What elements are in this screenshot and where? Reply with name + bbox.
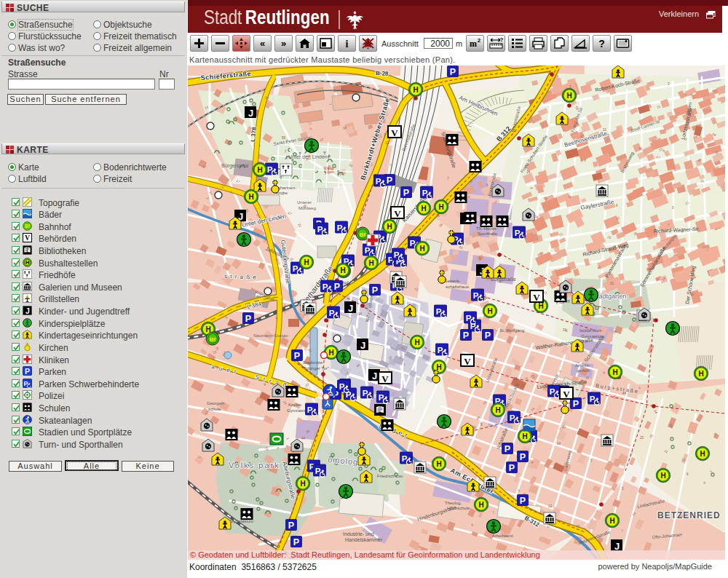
svg-text:Isolde-Kurz-: Isolde-Kurz- [579,328,603,333]
svg-text:Theolog.: Theolog. [445,501,462,505]
svg-text:Volks park: Volks park [229,461,280,470]
svg-text:44: 44 [301,437,306,440]
svg-text:i: i [346,39,349,50]
svg-text:14: 14 [358,312,363,316]
svg-text:31: 31 [563,328,567,332]
svg-text:12: 12 [385,141,389,145]
svg-text:25: 25 [640,436,644,440]
svg-text:gericht: gericht [577,368,590,373]
svg-text:Industrie- und: Industrie- und [343,531,374,537]
svg-text:Friedrich-List-: Friedrich-List- [377,474,404,478]
svg-text:Gewerk-: Gewerk- [444,279,461,283]
svg-text:Hochschule: Hochschule [447,506,470,510]
svg-text:m: m [470,39,477,49]
svg-text:"Tübinger Tor": "Tübinger Tor" [301,366,329,371]
svg-text:L 378: L 378 [250,127,258,143]
svg-text:J: J [25,306,30,315]
svg-text:Stadtmitte: Stadtmitte [303,360,323,365]
svg-text:12: 12 [548,504,553,508]
svg-text:P: P [25,367,30,376]
svg-text:Arbeitsamt: Arbeitsamt [492,534,513,538]
svg-text:Kepler-: Kepler- [288,403,302,407]
svg-text:St. Wolfgang: St. Wolfgang [499,328,524,333]
svg-text:?: ? [500,36,504,43]
svg-text:Naumann-Gustav-: Naumann-Gustav- [253,333,289,338]
svg-text:»: » [281,38,286,49]
svg-text:17: 17 [580,135,585,138]
svg-text:?: ? [598,38,605,50]
svg-text:s t r a ß e: s t r a ß e [224,273,257,281]
svg-text:«: « [260,38,265,49]
svg-text:B-28: B-28 [376,70,389,77]
svg-text:2: 2 [478,37,481,44]
svg-text:Sporthalle: Sporthalle [478,231,498,236]
svg-text:V: V [25,234,30,242]
svg-text:Georgen-: Georgen- [207,401,225,405]
svg-text:14: 14 [557,442,561,446]
svg-text:31: 31 [603,128,607,132]
svg-text:14: 14 [265,96,269,100]
svg-text:31: 31 [610,282,614,285]
svg-text:Mühlweg: Mühlweg [298,206,316,210]
svg-text:14: 14 [526,170,531,174]
svg-text:BETZENRIED: BETZENRIED [657,510,721,520]
svg-text:schule: schule [208,407,221,411]
svg-text:H: H [25,259,30,266]
svg-text:Handelskammer: Handelskammer [345,537,383,542]
svg-text:44: 44 [622,392,627,395]
svg-text:Gymnasium: Gymnasium [581,334,604,339]
svg-text:12: 12 [513,377,518,381]
svg-text:Arbeits-: Arbeits- [575,363,590,368]
svg-text:schaftshaus: schaftshaus [446,285,469,289]
svg-text:58: 58 [282,136,286,140]
svg-text:Bf: Bf [25,223,31,229]
svg-text:Bürgerspital: Bürgerspital [221,163,249,169]
svg-text:Unter den Linden: Unter den Linden [288,154,328,159]
